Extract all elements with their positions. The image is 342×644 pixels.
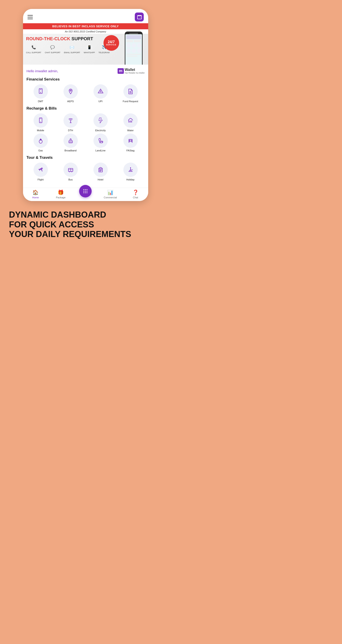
upi-icon bbox=[94, 84, 108, 98]
service-electricity[interactable]: Electricity bbox=[86, 113, 115, 132]
whatsapp-icon: 📱 bbox=[86, 44, 93, 51]
service-bus[interactable]: Bus bbox=[56, 162, 85, 181]
svg-rect-13 bbox=[126, 54, 141, 55]
email-label: EMAIL SUPPORT bbox=[64, 52, 80, 54]
service-fastag[interactable]: FAStag bbox=[116, 134, 144, 152]
service-fund-request[interactable]: Fund Request bbox=[116, 84, 144, 103]
dmt-label: DMT bbox=[38, 100, 43, 103]
service-water[interactable]: Water bbox=[116, 113, 144, 132]
nav-package[interactable]: 🎁 Package bbox=[54, 190, 68, 199]
service-flight[interactable]: Flight bbox=[26, 162, 55, 181]
service-dmt[interactable]: DMT bbox=[26, 84, 55, 103]
service-dth[interactable]: DTH bbox=[56, 113, 85, 132]
tagline-line2: FOR QUICK ACCESS bbox=[9, 220, 162, 230]
whatsapp-label: WHATSAPP bbox=[84, 52, 95, 54]
whatsapp-support-item[interactable]: 📱 WHATSAPP bbox=[84, 44, 95, 54]
call-support-item[interactable]: 📞 CALL SUPPORT bbox=[26, 44, 41, 54]
banner-title-support: SUPPORT bbox=[72, 36, 93, 41]
call-label: CALL SUPPORT bbox=[26, 52, 41, 54]
svg-rect-9 bbox=[137, 43, 142, 48]
svg-point-16 bbox=[40, 92, 41, 93]
dth-icon bbox=[64, 113, 78, 128]
svg-rect-40 bbox=[130, 140, 132, 142]
mobile-icon bbox=[34, 113, 48, 128]
financial-services-grid: DMT AEPS bbox=[26, 84, 144, 103]
email-icon: ✉️ bbox=[68, 44, 76, 51]
aeps-icon bbox=[64, 84, 78, 98]
svg-rect-51 bbox=[101, 170, 102, 170]
menu-button[interactable] bbox=[28, 15, 33, 19]
dth-label: DTH bbox=[68, 129, 73, 132]
hello-bar: Hello imwallet admin, m Wallet Har Retai… bbox=[26, 68, 144, 74]
fastag-label: FAStag bbox=[126, 149, 134, 152]
svg-point-43 bbox=[69, 171, 70, 172]
chat-support-item[interactable]: 💬 CHAT SUPPORT bbox=[45, 44, 60, 54]
nav-home[interactable]: 🏠 Home bbox=[29, 190, 42, 199]
telegram-label: TELEGRAM bbox=[98, 52, 110, 54]
wallet-label-block: Wallet Har Retailer Ka Wallet bbox=[125, 68, 144, 74]
hotel-icon bbox=[94, 162, 108, 177]
wallet-button[interactable] bbox=[135, 12, 144, 22]
svg-rect-4 bbox=[126, 35, 141, 39]
service-holiday[interactable]: Holiday bbox=[116, 162, 144, 181]
service-landline[interactable]: LandLine bbox=[86, 134, 115, 152]
aeps-label: AEPS bbox=[67, 100, 74, 103]
service-mobile[interactable]: Mobile bbox=[26, 113, 55, 132]
svg-rect-14 bbox=[126, 56, 138, 56]
service-hotel[interactable]: Hotel bbox=[86, 162, 115, 181]
chat-nav-label: Chat bbox=[133, 196, 138, 199]
svg-point-60 bbox=[85, 191, 86, 192]
fab-button[interactable] bbox=[79, 185, 92, 198]
tour-travels-title: Tour & Travels bbox=[26, 156, 144, 160]
svg-point-62 bbox=[84, 192, 84, 193]
service-broadband[interactable]: Broadband bbox=[56, 134, 85, 152]
svg-rect-6 bbox=[134, 40, 140, 42]
service-aeps[interactable]: AEPS bbox=[56, 84, 85, 103]
holiday-icon bbox=[124, 162, 138, 177]
nav-commercial[interactable]: 📊 Commercial bbox=[104, 190, 117, 199]
commercial-nav-icon: 📊 bbox=[107, 190, 113, 196]
chat-nav-icon: ❓ bbox=[132, 190, 138, 196]
banner: BELIEVES IN BEST INCLASS SERVICE ONLY An… bbox=[23, 23, 148, 64]
svg-rect-5 bbox=[126, 40, 133, 42]
mwallet-sub: Har Retailer Ka Wallet bbox=[125, 72, 144, 74]
commercial-nav-label: Commercial bbox=[104, 196, 117, 199]
body-content: Hello imwallet admin, m Wallet Har Retai… bbox=[23, 64, 148, 188]
hello-text: Hello imwallet admin, bbox=[26, 69, 58, 73]
nav-chat[interactable]: ❓ Chat bbox=[129, 190, 142, 199]
fastag-icon bbox=[124, 134, 138, 148]
dmt-icon bbox=[34, 84, 48, 98]
wallet-label: Wallet bbox=[125, 68, 144, 72]
badge-text: 24/7 bbox=[108, 40, 115, 44]
water-icon bbox=[124, 113, 138, 128]
water-label: Water bbox=[127, 129, 134, 132]
landline-label: LandLine bbox=[96, 149, 106, 152]
tagline-line1: DYNAMIC DASHBOARD bbox=[9, 210, 162, 220]
landline-icon bbox=[94, 134, 108, 148]
service-gas[interactable]: Gas bbox=[26, 134, 55, 152]
call-icon: 📞 bbox=[30, 44, 37, 51]
hotel-label: Hotel bbox=[98, 178, 104, 181]
broadband-icon bbox=[64, 134, 78, 148]
banner-content: ROUND-THE-CLOCK SUPPORT 📞 CALL SUPPORT 💬… bbox=[23, 34, 148, 54]
svg-point-44 bbox=[71, 171, 72, 172]
svg-rect-17 bbox=[40, 90, 42, 90]
fund-request-icon bbox=[124, 84, 138, 98]
phone-mockup-image bbox=[122, 32, 146, 64]
recharge-bills-grid: Mobile DTH bbox=[26, 113, 144, 152]
svg-rect-25 bbox=[40, 118, 41, 119]
svg-rect-12 bbox=[137, 48, 142, 53]
top-bar bbox=[23, 9, 148, 23]
svg-point-26 bbox=[70, 120, 71, 121]
mobile-label: Mobile bbox=[37, 129, 44, 132]
email-support-item[interactable]: ✉️ EMAIL SUPPORT bbox=[64, 44, 80, 54]
banner-top-text: BELIEVES IN BEST INCLASS SERVICE ONLY bbox=[23, 23, 148, 29]
svg-point-54 bbox=[130, 167, 131, 168]
electricity-icon bbox=[94, 113, 108, 128]
svg-point-24 bbox=[40, 122, 41, 122]
svg-rect-7 bbox=[126, 43, 131, 48]
gas-label: Gas bbox=[38, 149, 43, 152]
service-upi[interactable]: UPI bbox=[86, 84, 115, 103]
svg-point-56 bbox=[84, 189, 84, 190]
bottom-nav: 🏠 Home 🎁 Package 📊 Commercial ❓ Chat bbox=[23, 188, 148, 201]
